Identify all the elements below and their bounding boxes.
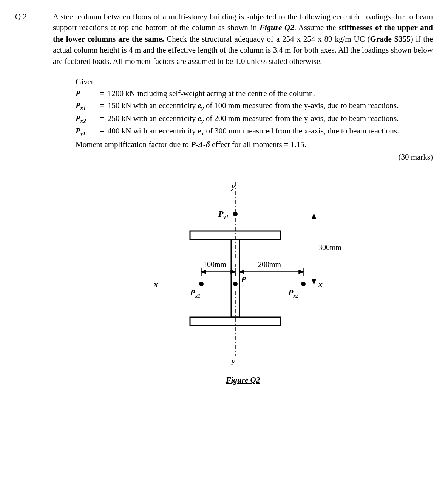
axis-label-x-left: x [153, 279, 158, 289]
given-row: Py1 = 400 kN with an eccentricity ex of … [76, 126, 433, 138]
question-body: A steel column between floors of a multi… [53, 11, 433, 67]
axis-label-y-top: y [230, 181, 235, 191]
svg-marker-16 [239, 270, 244, 274]
svg-marker-12 [201, 270, 206, 274]
cross-section-svg: y y x x Py1 Px1 P Px2 [137, 174, 349, 371]
label-py1: Py1 [218, 209, 229, 220]
given-value: 400 kN with an eccentricity ex of 300 mm… [108, 126, 433, 138]
given-symbol: Px1 [76, 100, 96, 112]
equals-sign: = [96, 126, 108, 136]
given-symbol: Px2 [76, 113, 96, 125]
given-row: Px1 = 150 kN with an eccentricity ey of … [76, 100, 433, 112]
svg-marker-20 [312, 279, 316, 284]
given-symbol: P [76, 88, 96, 99]
label-px1: Px1 [190, 288, 200, 299]
equals-sign: = [96, 100, 108, 111]
svg-point-8 [301, 282, 306, 286]
label-p: P [241, 274, 246, 284]
dim-200mm: 200mm [258, 260, 281, 268]
figure-q2: y y x x Py1 Px1 P Px2 [53, 174, 433, 386]
given-value: 150 kN with an eccentricity ey of 100 mm… [108, 100, 433, 112]
svg-point-5 [233, 212, 238, 216]
svg-point-7 [233, 282, 238, 286]
given-label: Given: [76, 76, 433, 87]
marks-label: (30 marks) [76, 152, 433, 163]
svg-marker-17 [299, 270, 303, 274]
dim-300mm: 300mm [318, 243, 342, 251]
given-row: P = 1200 kN including self-weight acting… [76, 88, 433, 99]
given-value: 1200 kN including self-weight acting at … [108, 88, 433, 99]
axis-label-x-right: x [318, 279, 323, 289]
figure-caption: Figure Q2 [53, 375, 433, 386]
given-row: Px2 = 250 kN with an eccentricity ey of … [76, 113, 433, 125]
svg-rect-4 [231, 239, 239, 317]
question-number: Q.2 [15, 11, 53, 22]
axis-label-y-bottom: y [230, 356, 235, 365]
amplification-line: Moment amplification factor due to P-Δ-δ… [76, 139, 433, 150]
label-px2: Px2 [288, 288, 298, 299]
svg-marker-13 [231, 270, 235, 274]
dim-100mm: 100mm [203, 260, 227, 268]
svg-point-6 [199, 282, 204, 286]
given-value: 250 kN with an eccentricity ey of 200 mm… [108, 113, 433, 125]
svg-marker-19 [312, 214, 316, 219]
given-block: Given: P = 1200 kN including self-weight… [76, 76, 433, 163]
given-symbol: Py1 [76, 126, 96, 138]
equals-sign: = [96, 113, 108, 124]
equals-sign: = [96, 88, 108, 99]
